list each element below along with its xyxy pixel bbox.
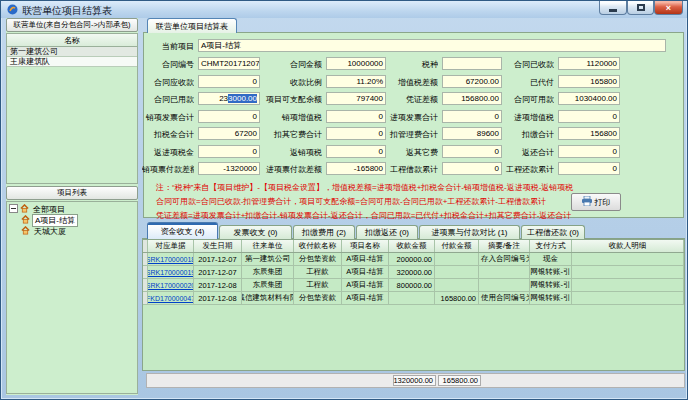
column-header: 收款金额 [389, 240, 435, 252]
unit-row[interactable]: 第一建筑公司 [7, 47, 137, 57]
form-input-25[interactable]: -165800 [326, 162, 386, 175]
print-button[interactable]: 打印 [571, 193, 621, 211]
main-panel: 联营单位项目结算表 当前项目 A项目-结算 注：“税种”来自【项目维护】-【项目… [142, 18, 685, 395]
table-cell: 200000.00 [389, 253, 435, 265]
table-cell: A项目-结算 [342, 253, 389, 265]
house-icon [21, 226, 30, 237]
table-row[interactable]: SRK1700000182017-12-07第一建筑公司分包垫资款A项目-结算2… [143, 253, 684, 266]
form-input-9[interactable]: 797400 [326, 92, 386, 105]
tree-item-project[interactable]: A项目-结算 [21, 215, 78, 226]
form-input-7[interactable]: 165800 [558, 75, 620, 88]
totals-bar: 1320000.00 165800.00 [146, 373, 685, 388]
unit-name-grid: 名称 第一建筑公司王康建筑队 [6, 33, 138, 184]
detail-tab-3[interactable]: 扣缴返还 (0) [356, 225, 418, 239]
minimize-button[interactable] [599, 1, 627, 15]
form-input-11[interactable]: 1030400.00 [558, 92, 620, 105]
form-input-6[interactable]: 67200.00 [442, 75, 502, 88]
form-input-13[interactable]: 0 [326, 110, 386, 123]
form-input-16[interactable]: 67200 [198, 127, 260, 140]
unit-row[interactable]: 王康建筑队 [7, 57, 137, 67]
form-label: 扣缴合计 [496, 129, 554, 140]
table-cell [435, 253, 479, 265]
detail-tab-2[interactable]: 扣缴费用 (2) [293, 225, 355, 239]
maximize-button[interactable] [627, 1, 654, 15]
document-link[interactable]: SRK170000019 [148, 266, 194, 278]
table-cell: A项目-结算 [342, 279, 389, 291]
form-input-12[interactable]: 0 [198, 110, 260, 123]
title-bar: 联营单位项目结算表 × [1, 1, 687, 18]
form-input-4[interactable]: 0 [198, 75, 260, 88]
form-input-5[interactable]: 11.20% [326, 75, 386, 88]
form-label: 税种 [380, 59, 438, 70]
table-cell [435, 279, 479, 291]
form-label: 增值税差额 [380, 77, 438, 88]
column-header: 收款人明细 [572, 240, 684, 252]
form-input-15[interactable]: 0 [558, 110, 620, 123]
table-cell: A项目-结算 [342, 266, 389, 278]
form-label: 凭证差额 [380, 94, 438, 105]
table-cell [572, 266, 684, 278]
form-label: 进项发票合计 [380, 112, 438, 123]
collapse-icon[interactable] [9, 204, 18, 215]
left-sidebar: 联营单位(来自分包合同->内部承包) 名称 第一建筑公司王康建筑队 项目列表 全… [6, 18, 138, 395]
table-row[interactable]: FKD1700000472017-12-08诚信建筑材料有限分包垫资款A项目-结… [143, 292, 684, 305]
column-header: 收付款名称 [294, 240, 342, 252]
form-input-24[interactable]: -1320000 [198, 162, 260, 175]
close-icon: × [666, 3, 671, 13]
detail-tab-5[interactable]: 工程借还款 (0) [521, 225, 585, 239]
column-header: 支付方式 [530, 240, 572, 252]
form-input-19[interactable]: 156800 [558, 127, 620, 140]
tab-settlement-sheet[interactable]: 联营单位项目结算表 [147, 18, 237, 33]
document-link[interactable]: SRK170000020 [148, 279, 194, 291]
current-project-field[interactable]: A项目-结算 [198, 39, 666, 52]
tree-item-project[interactable]: 天城大厦 [21, 226, 68, 237]
table-cell: 320000.00 [389, 266, 435, 278]
form-input-17[interactable]: 0 [326, 127, 386, 140]
detail-tab-1[interactable]: 发票收支 (0) [219, 225, 292, 239]
form-label: 销项票付款差额 [142, 164, 194, 175]
detail-tab-0[interactable]: 资金收支 (4) [147, 222, 218, 239]
table-cell [479, 279, 530, 291]
table-cell [479, 266, 530, 278]
form-label: 返还合计 [496, 147, 554, 158]
table-cell [572, 253, 684, 265]
table-row[interactable]: SRK1700000202017-12-08东辰集团工程款A项目-结算80000… [143, 279, 684, 292]
form-input-22[interactable]: 0 [442, 145, 502, 158]
form-input-18[interactable]: 89600 [442, 127, 502, 140]
document-link[interactable]: FKD170000047 [148, 292, 194, 304]
form-input-23[interactable]: 0 [558, 145, 620, 158]
form-label: 工程借款累计 [380, 164, 438, 175]
house-icon [21, 215, 30, 226]
table-cell: 2017-12-07 [194, 253, 242, 265]
table-cell: 2017-12-07 [194, 266, 242, 278]
form-input-10[interactable]: 156800.00 [442, 92, 502, 105]
table-cell: 使用合同编号为1F [479, 292, 530, 304]
form-input-20[interactable]: 0 [198, 145, 260, 158]
table-cell: 第一建筑公司 [242, 253, 294, 265]
form-input-1[interactable]: 10000000 [326, 57, 386, 70]
form-input-27[interactable]: 0 [558, 162, 620, 175]
table-row[interactable]: SRK1700000192017-12-07东辰集团工程款A项目-结算32000… [143, 266, 684, 279]
table-cell: 网银转账-引 [530, 279, 572, 291]
form-input-3[interactable]: 1120000 [558, 57, 620, 70]
form-label: 合同应收款 [142, 77, 194, 88]
close-button[interactable]: × [654, 1, 683, 15]
column-header: 付款金额 [435, 240, 479, 252]
form-input-0[interactable]: CHMT2017120701: [198, 57, 260, 70]
house-icon [20, 204, 29, 215]
form-input-8[interactable]: 233000.00 [198, 92, 260, 105]
document-link[interactable]: SRK170000018 [148, 253, 194, 265]
pay-total: 165800.00 [438, 375, 481, 386]
form-input-14[interactable]: 0 [442, 110, 502, 123]
joint-unit-header: 联营单位(来自分包合同->内部承包) [6, 18, 138, 32]
form-input-26[interactable]: 0 [442, 162, 502, 175]
table-cell: 东辰集团 [242, 266, 294, 278]
form-label: 进项票付款差额 [260, 164, 322, 175]
table-cell: 存入合同编号为1F [479, 253, 530, 265]
table-cell: 分包垫资款 [294, 292, 342, 304]
formula-note-2: 合同可用款=合同已收款-扣管理费合计，项目可支配余额=合同可用款-合同已用款+工… [156, 196, 546, 207]
form-input-2[interactable] [442, 57, 502, 70]
form-input-21[interactable]: 0 [326, 145, 386, 158]
table-cell: 2017-12-08 [194, 279, 242, 291]
detail-tab-4[interactable]: 进项票与付款对比 (1) [419, 225, 520, 239]
